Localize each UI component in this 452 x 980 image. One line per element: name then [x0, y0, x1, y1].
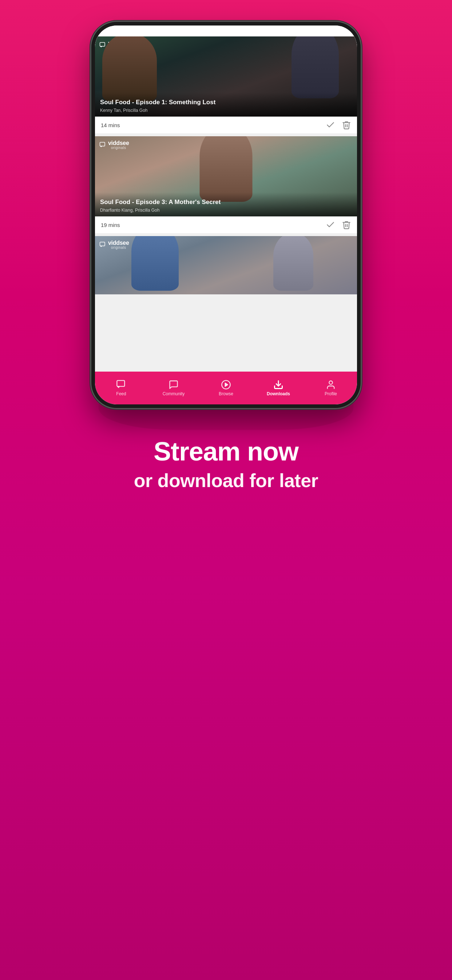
video-title-1: Soul Food - Episode 1: Something Lost: [100, 99, 352, 107]
svg-rect-3: [117, 380, 124, 386]
delete-icon-2[interactable]: [342, 220, 351, 229]
bottom-nav: Feed Community Browse: [95, 372, 357, 404]
person-shape-3b: [273, 236, 313, 291]
nav-item-feed[interactable]: Feed: [95, 380, 147, 396]
video-card-2[interactable]: viddsee originals Soul Food - Episode 3:…: [95, 136, 357, 233]
thumbnail-3: viddsee originals: [95, 236, 357, 294]
stream-subtitle: or download for later: [134, 469, 319, 492]
video-card-3[interactable]: viddsee originals: [95, 236, 357, 294]
phone-screen: viddsee originals Soul Food - Episode 1:…: [95, 25, 357, 404]
viddsee-text-block-3: viddsee originals: [108, 240, 129, 250]
community-icon: [168, 380, 179, 390]
profile-label: Profile: [325, 391, 337, 396]
thumb-overlay-2: Soul Food - Episode 3: A Mother's Secret…: [95, 192, 357, 216]
nav-item-profile[interactable]: Profile: [305, 380, 357, 396]
viddsee-logo-3: viddsee originals: [98, 240, 129, 250]
video-cast-2: Dharfianto Kiang, Priscilla Goh: [100, 208, 352, 213]
video-actions-1[interactable]: [326, 120, 351, 130]
community-label: Community: [163, 391, 185, 396]
status-bar: [95, 25, 357, 37]
video-meta-2: 19 mins: [95, 216, 357, 233]
video-duration-2: 19 mins: [101, 222, 120, 228]
svg-point-7: [329, 381, 332, 384]
viddsee-logo-2: viddsee originals: [98, 140, 129, 150]
person-shape-1b: [292, 37, 339, 99]
thumb-overlay-1: Soul Food - Episode 1: Something Lost Ke…: [95, 92, 357, 116]
nav-item-downloads[interactable]: Downloads: [252, 380, 305, 396]
video-meta-1: 14 mins: [95, 116, 357, 133]
svg-rect-0: [100, 42, 105, 46]
nav-item-browse[interactable]: Browse: [200, 380, 252, 396]
person-shape-3a: [132, 236, 179, 291]
feed-icon: [116, 380, 126, 390]
chat-bubble-icon-3: [98, 242, 106, 248]
feed-label: Feed: [116, 391, 126, 396]
chat-bubble-icon-2: [98, 142, 106, 148]
browse-icon: [221, 380, 231, 390]
downloads-icon: [273, 380, 284, 390]
svg-rect-2: [100, 242, 105, 246]
svg-marker-5: [225, 383, 228, 386]
downloads-label: Downloads: [267, 391, 290, 396]
svg-rect-1: [100, 142, 105, 146]
viddsee-sub-2: originals: [108, 146, 129, 150]
download-check-icon-2[interactable]: [326, 220, 335, 229]
video-actions-2[interactable]: [326, 220, 351, 229]
viddsee-text-block-2: viddsee originals: [108, 140, 129, 150]
browse-label: Browse: [219, 391, 233, 396]
video-cast-1: Kenny Tan, Priscilla Goh: [100, 108, 352, 113]
thumbnail-1: viddsee originals Soul Food - Episode 1:…: [95, 37, 357, 116]
bottom-section: Stream now or download for later: [105, 437, 347, 980]
profile-icon: [326, 380, 336, 390]
video-title-2: Soul Food - Episode 3: A Mother's Secret: [100, 198, 352, 206]
video-card-1[interactable]: viddsee originals Soul Food - Episode 1:…: [95, 37, 357, 133]
screen-content[interactable]: viddsee originals Soul Food - Episode 1:…: [95, 37, 357, 372]
video-duration-1: 14 mins: [101, 122, 120, 128]
nav-item-community[interactable]: Community: [147, 380, 200, 396]
stream-title: Stream now: [134, 437, 319, 466]
download-check-icon-1[interactable]: [326, 120, 335, 130]
delete-icon-1[interactable]: [342, 120, 351, 130]
phone-wrapper: viddsee originals Soul Food - Episode 1:…: [88, 22, 364, 408]
viddsee-sub-3: originals: [108, 245, 129, 250]
thumbnail-2: viddsee originals Soul Food - Episode 3:…: [95, 136, 357, 216]
phone-outer: viddsee originals Soul Food - Episode 1:…: [91, 22, 361, 408]
